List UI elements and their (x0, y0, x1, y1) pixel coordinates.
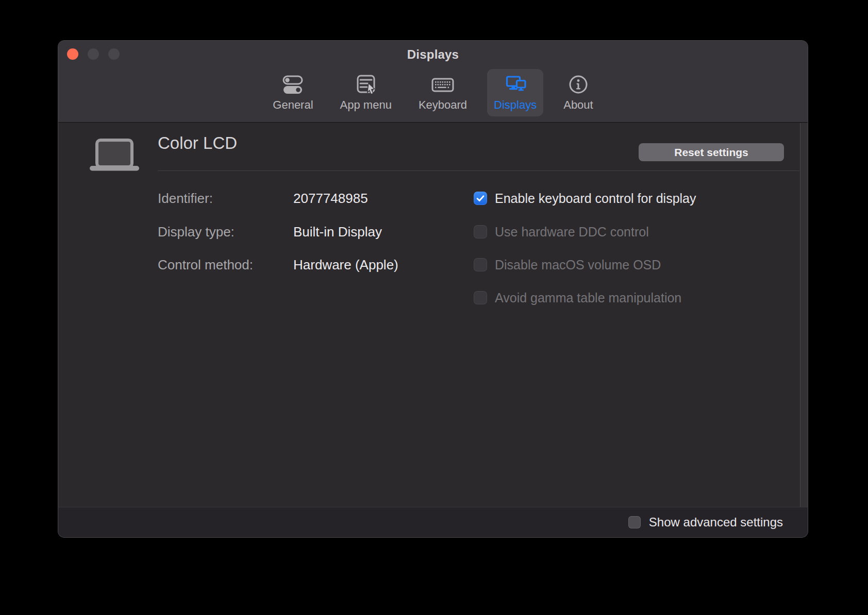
tab-general-label: General (273, 98, 313, 112)
disable-volume-osd-checkbox (474, 258, 487, 271)
toolbar-tabs: General App menu (58, 69, 808, 118)
tab-app-menu-label: App menu (340, 98, 392, 112)
info-icon (566, 73, 590, 97)
keyboard-icon (431, 73, 455, 97)
display-type-label: Display type: (158, 223, 293, 241)
avoid-gamma-checkbox (474, 291, 487, 304)
control-method-value: Hardware (Apple) (293, 257, 398, 272)
avoid-gamma-label: Avoid gamma table manipulation (495, 291, 681, 305)
tab-app-menu[interactable]: App menu (333, 69, 398, 116)
option-disable-volume-osd: Disable macOS volume OSD (474, 255, 661, 274)
display-name: Color LCD (158, 133, 237, 153)
desktop-background: Displays General (0, 0, 868, 615)
info-row-identifier: Identifier:2077748985 (158, 189, 368, 208)
window-title: Displays (58, 47, 808, 62)
displays-settings-window: Displays General (58, 40, 808, 538)
tab-general[interactable]: General (266, 69, 320, 116)
header-divider (158, 170, 799, 171)
menu-cursor-icon (354, 73, 378, 97)
disable-volume-osd-label: Disable macOS volume OSD (495, 258, 661, 272)
identifier-label: Identifier: (158, 189, 293, 208)
hardware-ddc-label: Use hardware DDC control (495, 225, 649, 240)
footer-bar: Show advanced settings (58, 507, 808, 537)
scrollbar-track[interactable] (800, 123, 808, 507)
show-advanced-settings-label: Show advanced settings (649, 515, 783, 529)
option-avoid-gamma: Avoid gamma table manipulation (474, 288, 681, 307)
tab-about-label: About (563, 98, 593, 112)
checkmark-icon (475, 193, 486, 204)
show-advanced-settings-checkbox[interactable] (628, 516, 641, 528)
display-type-value: Built-in Display (293, 224, 382, 240)
tab-displays[interactable]: Displays (487, 69, 543, 116)
tab-keyboard-label: Keyboard (419, 98, 467, 112)
tab-keyboard[interactable]: Keyboard (412, 69, 474, 116)
displays-pane: Color LCD Reset settings Identifier:2077… (58, 123, 808, 507)
option-keyboard-control: Enable keyboard control for display (474, 189, 696, 208)
tab-displays-label: Displays (494, 98, 537, 112)
reset-settings-button[interactable]: Reset settings (639, 143, 784, 161)
keyboard-control-checkbox[interactable] (474, 192, 487, 205)
toggles-icon (281, 73, 305, 97)
identifier-value: 2077748985 (293, 191, 368, 206)
displays-icon (504, 73, 527, 97)
control-method-label: Control method: (158, 255, 293, 274)
laptop-icon (89, 139, 140, 173)
hardware-ddc-checkbox (474, 225, 487, 238)
info-row-display-type: Display type:Built-in Display (158, 223, 382, 241)
titlebar[interactable]: Displays General (58, 41, 808, 123)
option-hardware-ddc: Use hardware DDC control (474, 223, 649, 241)
keyboard-control-label: Enable keyboard control for display (495, 191, 696, 206)
tab-about[interactable]: About (557, 69, 600, 116)
info-row-control-method: Control method:Hardware (Apple) (158, 255, 398, 274)
